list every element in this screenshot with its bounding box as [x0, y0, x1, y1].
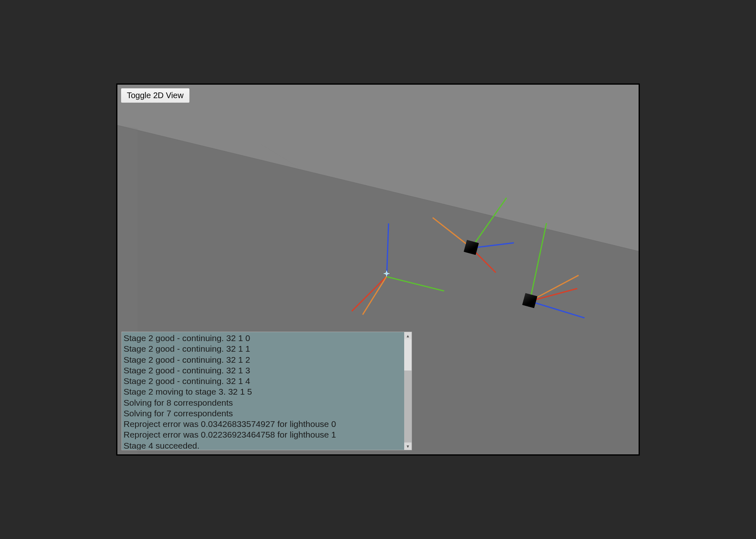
scroll-down-icon[interactable]: ▼	[404, 442, 412, 450]
console-line: Stage 2 good - continuing. 32 1 0	[124, 333, 403, 344]
console-line: Stage 2 good - continuing. 32 1 2	[124, 355, 403, 365]
console-line: Stage 2 good - continuing. 32 1 3	[124, 365, 403, 376]
console-line: Solving for 8 correspondents	[124, 398, 403, 408]
console-panel: Stage 2 good - continuing. 32 1 0Stage 2…	[122, 332, 412, 450]
console-line: Stage 2 good - continuing. 32 1 1	[124, 344, 403, 354]
viewer-frame[interactable]: Toggle 2D View Stage 2 good - continuing…	[116, 83, 640, 456]
console-line: Solving for 7 correspondents	[124, 408, 403, 419]
console-scrollbar[interactable]: ▲ ▼	[404, 332, 412, 450]
origin-marker-icon	[384, 271, 389, 276]
scroll-up-icon[interactable]: ▲	[404, 332, 412, 339]
scroll-thumb[interactable]	[404, 371, 412, 442]
console-line: Reproject error was 0.02236923464758 for…	[124, 429, 403, 440]
console-output: Stage 2 good - continuing. 32 1 0Stage 2…	[122, 332, 404, 450]
console-line: Stage 2 moving to stage 3. 32 1 5	[124, 386, 403, 397]
console-line: Reproject error was 0.03426833574927 for…	[124, 419, 403, 429]
console-line: Stage 2 good - continuing. 32 1 4	[124, 376, 403, 386]
scroll-track[interactable]	[404, 339, 412, 442]
toggle-2d-view-button[interactable]: Toggle 2D View	[121, 88, 190, 103]
console-line: Stage 4 succeeded.	[124, 440, 403, 450]
